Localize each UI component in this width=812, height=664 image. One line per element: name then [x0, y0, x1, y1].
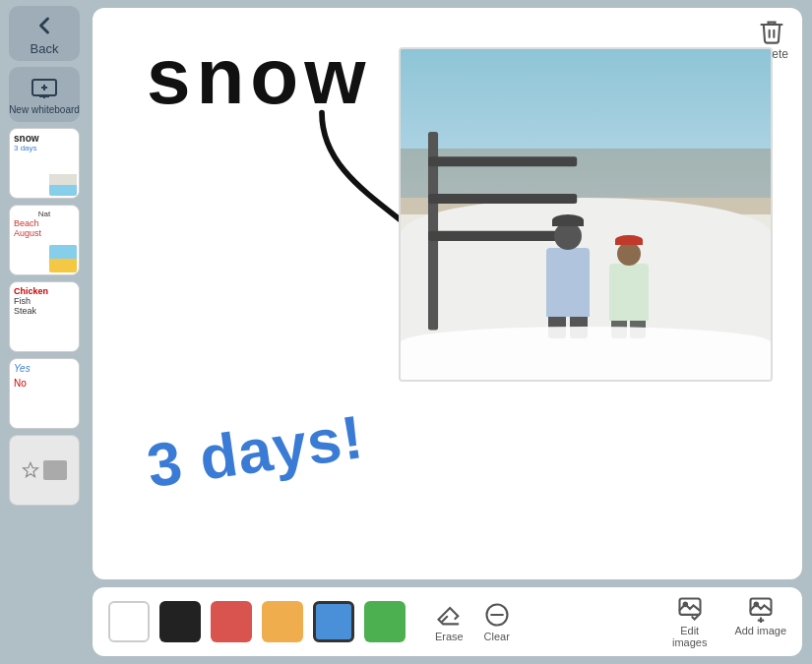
- thumbnail-tools[interactable]: [9, 435, 80, 506]
- svg-rect-8: [428, 156, 577, 166]
- color-black-swatch[interactable]: [159, 601, 201, 642]
- back-label: Back: [31, 41, 59, 56]
- edit-images-icon: [676, 595, 704, 623]
- svg-marker-5: [24, 463, 38, 477]
- toolbar: Erase Clear Edit images: [93, 587, 802, 656]
- color-white-swatch[interactable]: [108, 601, 150, 642]
- thumbnail-snow[interactable]: snow 3 days: [9, 128, 80, 199]
- edit-images-button[interactable]: Edit images: [672, 595, 707, 648]
- right-tools: Edit images Add image: [662, 595, 786, 648]
- whiteboard-canvas: Delete snow 3 days!: [93, 8, 802, 579]
- new-whiteboard-button[interactable]: New whiteboard: [9, 67, 80, 122]
- new-whiteboard-label: New whiteboard: [9, 104, 80, 115]
- color-blue-swatch[interactable]: [313, 601, 354, 642]
- thumb-days-text: 3 days: [14, 144, 37, 152]
- sidebar: Back New whiteboard snow 3 days Nat Beac…: [0, 0, 89, 664]
- thumb-nat-text: Nat: [14, 210, 75, 218]
- thumbnail-food[interactable]: Chicken Fish Steak: [9, 281, 80, 352]
- thumb-august-text: August: [14, 228, 41, 238]
- clear-button[interactable]: Clear: [483, 601, 511, 642]
- whiteboard[interactable]: Delete snow 3 days!: [93, 8, 802, 579]
- delete-icon: [758, 18, 785, 45]
- days-text: 3 days!: [143, 401, 367, 501]
- photo-kids-snow: [399, 47, 773, 382]
- thumb-no-text: No: [14, 378, 27, 389]
- thumbnail-beach[interactable]: Nat Beach August: [9, 205, 80, 275]
- erase-icon: [435, 601, 463, 629]
- color-green-swatch[interactable]: [364, 601, 406, 642]
- clear-label: Clear: [484, 631, 510, 642]
- thumb-chicken-text: Chicken: [14, 286, 48, 296]
- add-image-button[interactable]: Add image: [734, 595, 786, 648]
- thumb-snow-text: snow: [14, 133, 39, 144]
- main-area: Delete snow 3 days!: [89, 0, 812, 664]
- thumb-yes-text: Yes: [14, 363, 31, 374]
- erase-label: Erase: [435, 631, 464, 642]
- svg-rect-9: [428, 194, 577, 204]
- new-whiteboard-icon: [31, 75, 58, 102]
- tools-icon: [22, 461, 39, 479]
- erase-button[interactable]: Erase: [435, 601, 464, 642]
- thumb-steak-text: Steak: [14, 306, 36, 316]
- edit-images-label: Edit images: [672, 625, 707, 648]
- thumb-fish-text: Fish: [14, 296, 31, 306]
- back-icon: [31, 12, 58, 39]
- thumb-beach-text: Beach: [14, 218, 39, 228]
- color-yellow-swatch[interactable]: [262, 601, 303, 642]
- color-red-swatch[interactable]: [211, 601, 252, 642]
- add-image-icon: [747, 595, 775, 623]
- thumbnail-yesno[interactable]: Yes No: [9, 358, 80, 429]
- add-image-label: Add image: [734, 625, 786, 636]
- clear-icon: [483, 601, 511, 629]
- back-button[interactable]: Back: [9, 6, 80, 61]
